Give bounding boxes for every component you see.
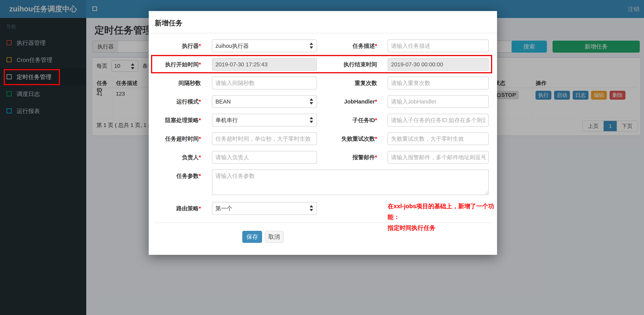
block-strategy-label: 阻塞处理策略* bbox=[149, 114, 201, 127]
executor-select[interactable]: zuihou执行器 bbox=[212, 40, 317, 52]
executor-label: 执行器* bbox=[149, 40, 201, 52]
job-param-label: 任务参数* bbox=[149, 169, 201, 182]
alarm-email-label: 报警邮件* bbox=[317, 151, 377, 164]
fail-retry-label: 失败重试次数* bbox=[317, 132, 377, 145]
add-task-modal: 新增任务 执行器* zuihou执行器 任务描述* 执行开始时间* 2019-0… bbox=[149, 11, 497, 255]
run-mode-select-value: BEAN bbox=[216, 99, 231, 105]
interval-label: 间隔秒数 bbox=[149, 77, 201, 89]
block-strategy-select-value: 单机串行 bbox=[216, 117, 238, 123]
annotation-rect-dates bbox=[151, 55, 492, 73]
job-handler-input[interactable] bbox=[388, 95, 489, 108]
form-row: 路由策略* 第一个 在xxl-jobs项目的基础上，新增了一个功能： 指定时间执… bbox=[149, 202, 497, 215]
required-mark: * bbox=[375, 136, 377, 142]
repeat-count-input[interactable] bbox=[388, 77, 489, 89]
divider bbox=[149, 33, 497, 33]
cancel-button[interactable]: 取消 bbox=[265, 231, 284, 243]
block-strategy-select[interactable]: 单机串行 bbox=[212, 114, 317, 127]
author-label: 负责人* bbox=[149, 151, 201, 164]
run-mode-label: 运行模式* bbox=[149, 95, 201, 108]
modal-footer: 保存取消 bbox=[149, 231, 497, 243]
fail-retry-input[interactable] bbox=[388, 132, 489, 145]
run-mode-select[interactable]: BEAN bbox=[212, 95, 317, 108]
required-mark: * bbox=[199, 136, 201, 142]
author-input[interactable] bbox=[212, 151, 317, 164]
route-strategy-select-value: 第一个 bbox=[216, 205, 232, 211]
route-strategy-label: 路由策略* bbox=[149, 202, 201, 215]
route-strategy-select[interactable]: 第一个 bbox=[212, 202, 317, 215]
form-row: 阻塞处理策略* 单机串行 子任务ID* bbox=[149, 114, 497, 127]
form-row: 间隔秒数 重复次数 bbox=[149, 77, 497, 89]
required-mark: * bbox=[199, 43, 201, 49]
required-mark: * bbox=[199, 99, 201, 105]
form-row: 执行器* zuihou执行器 任务描述* bbox=[149, 40, 497, 52]
timeout-label: 任务超时时间* bbox=[149, 132, 201, 145]
alarm-email-input[interactable] bbox=[388, 151, 489, 164]
required-mark: * bbox=[199, 154, 201, 160]
required-mark: * bbox=[199, 173, 201, 179]
required-mark: * bbox=[199, 205, 201, 211]
form-row: 任务参数* bbox=[149, 169, 497, 195]
job-desc-label: 任务描述* bbox=[317, 40, 377, 52]
form-row: 运行模式* BEAN JobHandler* bbox=[149, 95, 497, 108]
feature-note: 在xxl-jobs项目的基础上，新增了一个功能： 指定时间执行任务 bbox=[388, 201, 499, 233]
save-button[interactable]: 保存 bbox=[242, 231, 262, 243]
required-mark: * bbox=[375, 154, 377, 160]
child-job-id-input[interactable] bbox=[388, 114, 489, 127]
repeat-count-label: 重复次数 bbox=[317, 77, 377, 89]
form-row: 任务超时时间* 失败重试次数* bbox=[149, 132, 497, 145]
required-mark: * bbox=[375, 117, 377, 123]
divider bbox=[154, 222, 491, 223]
required-mark: * bbox=[199, 117, 201, 123]
job-param-textarea[interactable] bbox=[212, 169, 489, 195]
interval-input[interactable] bbox=[212, 77, 317, 89]
form-row: 负责人* 报警邮件* bbox=[149, 151, 497, 164]
modal-title: 新增任务 bbox=[155, 18, 182, 28]
annotation-rect-sidebar bbox=[4, 69, 60, 85]
timeout-input[interactable] bbox=[212, 132, 317, 145]
executor-select-value: zuihou执行器 bbox=[216, 43, 249, 49]
required-mark: * bbox=[375, 99, 377, 105]
required-mark: * bbox=[375, 43, 377, 49]
job-desc-input[interactable] bbox=[388, 40, 489, 52]
feature-note-line1: 在xxl-jobs项目的基础上，新增了一个功能： bbox=[388, 201, 499, 222]
job-handler-label: JobHandler* bbox=[317, 95, 377, 108]
child-job-id-label: 子任务ID* bbox=[317, 114, 377, 127]
